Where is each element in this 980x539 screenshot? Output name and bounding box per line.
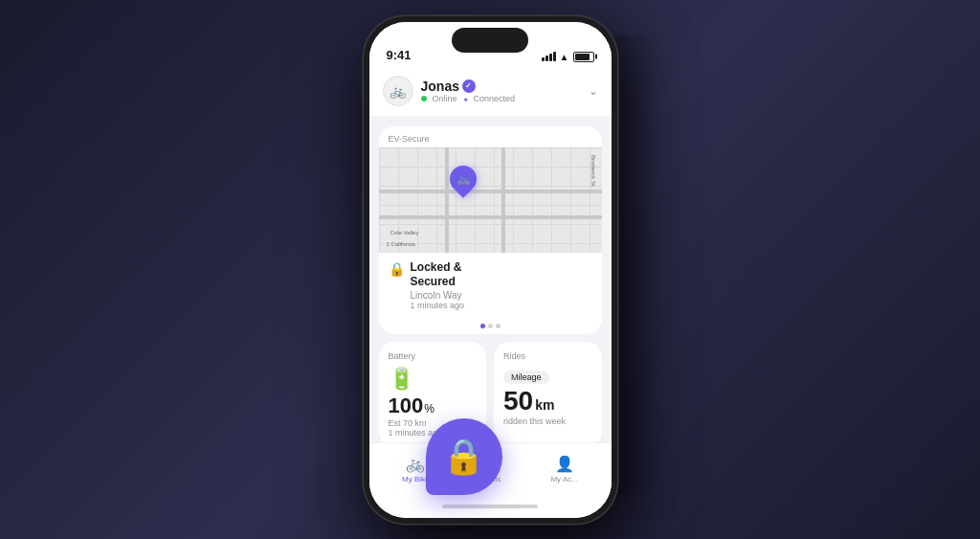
lock-badge-icon: 🔒 xyxy=(442,437,485,477)
rides-km: 50 km xyxy=(503,388,592,415)
nav-account-icon: 👤 xyxy=(555,455,574,473)
map-info: 🔒 Locked &Secured Lincoln Way 1 minutes … xyxy=(379,253,602,320)
online-label: Online xyxy=(433,94,457,103)
avatar-icon: 🚲 xyxy=(390,83,406,99)
status-time: 9:41 xyxy=(387,48,412,62)
online-dot xyxy=(421,96,427,101)
map-area: Cole Valley 1 California Broderick St 🚲 xyxy=(379,147,602,253)
map-label-cole-valley: Cole Valley xyxy=(390,230,419,236)
map-location: Lincoln Way xyxy=(411,290,592,301)
header-status: Online ⬥ Connected xyxy=(421,94,516,103)
map-road-v2 xyxy=(501,147,505,253)
dynamic-island xyxy=(452,28,528,53)
verified-icon: ✓ xyxy=(465,81,472,90)
rides-km-unit: km xyxy=(535,398,554,412)
map-pin: 🚲 xyxy=(450,166,477,192)
map-info-text: Locked &Secured Lincoln Way 1 minutes ag… xyxy=(411,260,592,310)
battery-number: 100 xyxy=(389,393,424,418)
main-content: EV-Secure Cole Valley 1 California Brode… xyxy=(369,117,612,442)
map-road-v1 xyxy=(445,147,449,253)
app-header: 🚲 Jonas ✓ Online ⬥ Co xyxy=(369,68,612,117)
battery-label: Battery xyxy=(389,351,478,361)
rides-label: Rides xyxy=(503,351,592,361)
status-icons: ▲ xyxy=(542,52,594,62)
nav-bike-icon: 🚲 xyxy=(406,455,425,473)
battery-unit: % xyxy=(424,402,434,415)
lock-status-icon: 🔒 xyxy=(389,261,405,277)
map-card: EV-Secure Cole Valley 1 California Brode… xyxy=(379,126,602,334)
rides-desc: ridden this week xyxy=(503,416,592,426)
signal-icon xyxy=(542,52,556,61)
pin-shape: 🚲 xyxy=(444,160,482,198)
map-dots xyxy=(379,320,602,334)
header-left: 🚲 Jonas ✓ Online ⬥ Co xyxy=(383,76,516,106)
dot-2 xyxy=(488,324,493,328)
map-label-california: 1 California xyxy=(387,241,415,247)
rides-card: Rides Mileage 50 km ridden this week xyxy=(494,342,602,442)
battery-icon xyxy=(573,52,594,62)
verified-badge: ✓ xyxy=(462,79,476,93)
map-grid xyxy=(379,147,602,253)
user-name-text: Jonas xyxy=(421,79,459,94)
rides-tag: Mileage xyxy=(503,371,549,384)
user-info: Jonas ✓ Online ⬥ Connected xyxy=(421,79,516,103)
wifi-icon: ▲ xyxy=(560,52,569,62)
phone-mockup: 9:41 ▲ 🚲 xyxy=(364,16,617,524)
dot-1 xyxy=(480,324,485,328)
map-time: 1 minutes ago xyxy=(411,301,592,310)
map-road-h2 xyxy=(379,215,602,219)
connected-label: Connected xyxy=(474,94,516,103)
bluetooth-icon: ⬥ xyxy=(463,94,468,103)
stats-row: Battery 🔋 100 % Est 70 km 1 minutes ago … xyxy=(379,342,602,442)
dot-3 xyxy=(496,324,501,328)
rides-km-number: 50 xyxy=(503,388,533,415)
avatar: 🚲 xyxy=(383,76,413,106)
map-label-broderick: Broderick St xyxy=(590,155,596,187)
battery-visual-icon: 🔋 xyxy=(389,367,478,392)
battery-percent: 100 % xyxy=(389,393,478,418)
home-indicator xyxy=(369,495,612,518)
pin-bike-icon: 🚲 xyxy=(457,172,471,186)
chevron-down-icon[interactable]: ⌄ xyxy=(589,84,598,98)
user-name-row: Jonas ✓ xyxy=(421,79,516,94)
home-bar xyxy=(442,505,538,508)
nav-account-label: My Ac... xyxy=(550,475,577,483)
map-status-title: Locked &Secured xyxy=(411,260,592,290)
map-road-h1 xyxy=(379,190,602,193)
lock-badge: 🔒 xyxy=(426,418,502,495)
nav-account[interactable]: 👤 My Ac... xyxy=(527,449,602,489)
map-section-label: EV-Secure xyxy=(379,126,602,147)
